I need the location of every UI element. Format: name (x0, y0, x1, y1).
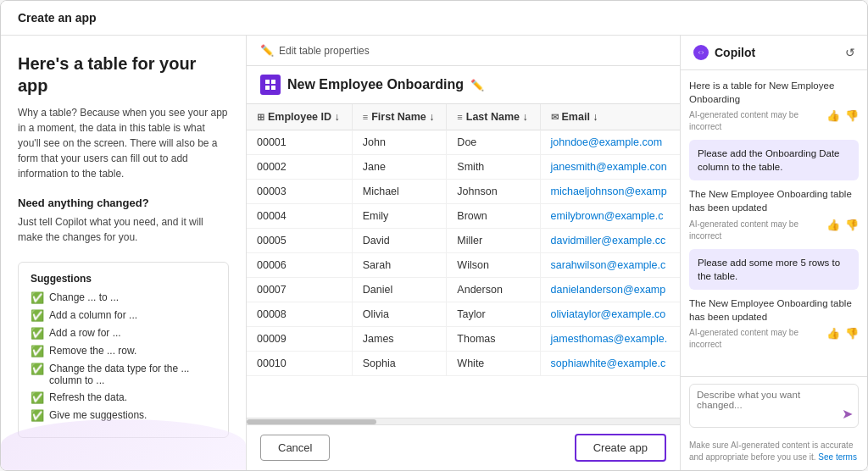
column-header[interactable]: ✉Email ↓ (540, 104, 680, 130)
thumbs-up-icon[interactable]: 👍 (826, 108, 840, 124)
cell-employee-id: 00009 (247, 327, 352, 352)
thumbs-down-icon[interactable]: 👎 (845, 218, 859, 233)
cell-employee-id: 00003 (247, 180, 352, 204)
cell-email: michaeljohnson@examp (540, 180, 680, 204)
chat-area: Here is a table for New Employee Onboard… (681, 70, 867, 376)
cell-email: janesmith@example.con (540, 155, 680, 180)
svg-rect-0 (265, 80, 270, 84)
ai-message: The New Employee Onboarding table has be… (689, 296, 859, 351)
cell-email: johndoe@example.com (540, 130, 680, 155)
suggestion-item[interactable]: ✅Refresh the data. (31, 391, 216, 404)
suggestion-item[interactable]: ✅Remove the ... row. (31, 345, 216, 357)
copilot-input-container: ➤ (689, 384, 859, 428)
check-icon: ✅ (31, 327, 44, 340)
copilot-panel: Copilot ↺ Here is a table for New Employ… (681, 36, 867, 470)
thumbs-down-icon[interactable]: 👎 (845, 326, 859, 341)
table-row: 00002 Jane Smith janesmith@example.con (247, 155, 680, 180)
cell-last-name: Thomas (447, 327, 540, 352)
thumbs-up-icon[interactable]: 👍 (826, 218, 840, 233)
svg-rect-3 (271, 86, 275, 90)
cell-employee-id: 00002 (247, 155, 352, 180)
middle-panel: ✏️ Edit table properties New Employee On… (247, 36, 681, 470)
cell-employee-id: 00005 (247, 229, 352, 253)
decorative-blob (1, 419, 246, 470)
table-row: 00009 James Thomas jamesthomas@example. (247, 327, 680, 352)
cell-employee-id: 00001 (247, 130, 352, 155)
cell-employee-id: 00008 (247, 302, 352, 327)
app-container: Create an app Here's a table for your ap… (0, 0, 868, 471)
see-terms-link[interactable]: See terms (818, 452, 857, 462)
table-edit-icon[interactable]: ✏️ (470, 79, 484, 91)
cell-last-name: Doe (447, 130, 540, 155)
cell-email: oliviataylor@example.co (540, 302, 680, 327)
cell-last-name: Brown (447, 204, 540, 229)
left-panel-description: Why a table? Because when you see your a… (18, 105, 229, 181)
horizontal-scrollbar[interactable] (247, 418, 680, 424)
column-header[interactable]: ≡Last Name ↓ (447, 104, 540, 130)
table-row: 00005 David Miller davidmiller@example.c… (247, 229, 680, 253)
cell-first-name: John (352, 130, 447, 155)
svg-point-5 (699, 51, 703, 54)
cell-first-name: David (352, 229, 447, 253)
left-panel-heading: Here's a table for your app (18, 53, 229, 97)
email-icon: ✉ (551, 112, 559, 123)
edit-table-label: Edit table properties (279, 45, 370, 57)
check-icon: ✅ (31, 309, 44, 322)
ai-message: Here is a table for New Employee Onboard… (689, 79, 859, 133)
send-button[interactable]: ➤ (842, 406, 853, 422)
check-icon: ✅ (31, 345, 44, 357)
suggestions-box: Suggestions ✅Change ... to ...✅Add a col… (18, 262, 229, 438)
scrollbar-thumb[interactable] (247, 419, 376, 424)
table-row: 00007 Daniel Anderson danielanderson@exa… (247, 278, 680, 302)
check-icon: ✅ (31, 363, 44, 375)
left-panel: Here's a table for your app Why a table?… (1, 36, 247, 470)
user-message: Please add some more 5 rows to the table… (689, 249, 859, 290)
cell-last-name: Anderson (447, 278, 540, 302)
ai-note: AI-generated content may be incorrect (689, 327, 826, 351)
table-header-row: New Employee Onboarding ✏️ (247, 66, 680, 104)
data-table: ⊞Employee ID ↓≡First Name ↓≡Last Name ↓✉… (247, 104, 680, 418)
cell-email: davidmiller@example.cc (540, 229, 680, 253)
cell-employee-id: 00004 (247, 204, 352, 229)
top-bar: Create an app (1, 1, 867, 36)
suggestion-item[interactable]: ✅Change the data type for the ... column… (31, 363, 216, 386)
cell-last-name: Miller (447, 229, 540, 253)
table-row: 00003 Michael Johnson michaeljohnson@exa… (247, 180, 680, 204)
cell-employee-id: 00007 (247, 278, 352, 302)
column-header[interactable]: ≡First Name ↓ (352, 104, 447, 130)
copilot-header: Copilot ↺ (681, 36, 867, 70)
table-row: 00008 Olivia Taylor oliviataylor@example… (247, 302, 680, 327)
thumbs-down-icon[interactable]: 👎 (845, 108, 859, 124)
cell-last-name: Smith (447, 155, 540, 180)
suggestion-item[interactable]: ✅Add a row for ... (31, 327, 216, 340)
cell-first-name: Sarah (352, 253, 447, 278)
edit-table-bar[interactable]: ✏️ Edit table properties (247, 36, 680, 66)
cancel-button[interactable]: Cancel (260, 435, 330, 461)
cell-first-name: James (352, 327, 447, 352)
main-content: Here's a table for your app Why a table?… (1, 36, 867, 470)
table-row: 00006 Sarah Wilson sarahwilson@example.c (247, 253, 680, 278)
suggestion-item[interactable]: ✅Change ... to ... (31, 291, 216, 304)
copilot-input[interactable] (697, 390, 832, 422)
create-app-button[interactable]: Create app (575, 434, 666, 462)
cell-first-name: Sophia (352, 352, 447, 376)
check-icon: ✅ (31, 391, 44, 404)
copilot-title: Copilot (693, 44, 755, 61)
thumbs-up-icon[interactable]: 👍 (826, 326, 840, 341)
cell-first-name: Michael (352, 180, 447, 204)
pencil-icon: ✏️ (260, 44, 274, 57)
page-title: Create an app (18, 11, 97, 25)
cell-first-name: Jane (352, 155, 447, 180)
column-header[interactable]: ⊞Employee ID ↓ (247, 104, 352, 130)
svg-rect-1 (271, 80, 275, 84)
table-row: 00010 Sophia White sophiawhite@example.c (247, 352, 680, 376)
ai-note: AI-generated content may be incorrect (689, 109, 826, 133)
refresh-icon[interactable]: ↺ (845, 46, 855, 59)
ai-note: AI-generated content may be incorrect (689, 219, 826, 242)
cell-first-name: Daniel (352, 278, 447, 302)
suggestion-item[interactable]: ✅Add a column for ... (31, 309, 216, 322)
cell-email: danielanderson@examp (540, 278, 680, 302)
user-message: Please add the Onboarding Date column to… (689, 140, 859, 180)
cell-email: emilybrown@example.c (540, 204, 680, 229)
text-icon: ≡ (457, 112, 462, 122)
